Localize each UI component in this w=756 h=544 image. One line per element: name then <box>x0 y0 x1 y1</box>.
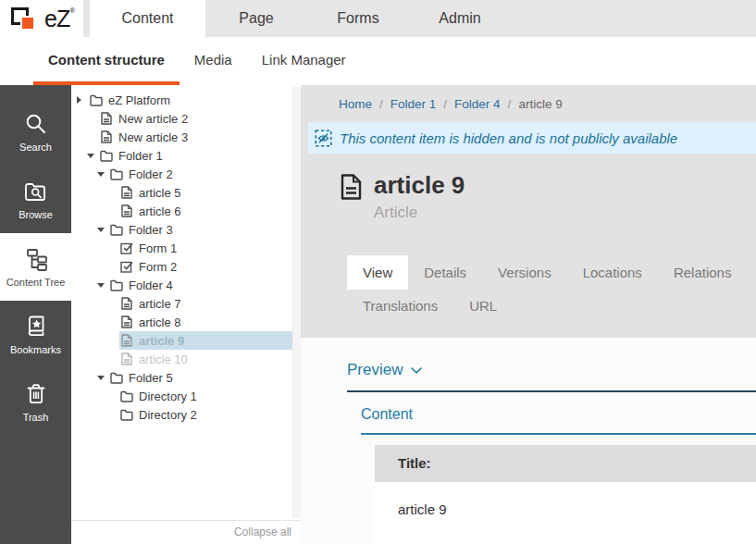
breadcrumb: Home/Folder 1/Folder 4/article 9 <box>301 85 756 122</box>
tree-item-label: Directory 2 <box>139 408 197 422</box>
subnav-link-manager[interactable]: Link Manager <box>247 37 361 85</box>
form-icon <box>120 241 133 254</box>
field-value: article 9 <box>375 482 756 544</box>
breadcrumb-separator: / <box>379 97 383 111</box>
tree-item[interactable]: article 5 <box>71 183 301 202</box>
tab-content[interactable]: Content <box>90 0 205 37</box>
article-icon <box>120 186 133 199</box>
sidebar-item-browse[interactable]: Browse <box>0 166 71 233</box>
tree-scrollbar[interactable] <box>292 87 301 518</box>
caret-collapsed-icon[interactable] <box>77 96 89 104</box>
tree-item-label: New article 2 <box>118 112 188 126</box>
article-icon <box>100 112 113 125</box>
hidden-eye-icon <box>315 130 332 147</box>
sidebar-item-bookmarks[interactable]: Bookmarks <box>0 301 71 368</box>
content-tree-icon <box>24 247 48 271</box>
folder-icon <box>110 371 123 384</box>
tree-item-label: Folder 3 <box>129 223 173 237</box>
tree-item[interactable]: Folder 2 <box>71 165 301 183</box>
tab-translations[interactable]: Translations <box>347 290 453 322</box>
tree-item[interactable]: New article 3 <box>71 128 301 146</box>
tree-item-label: article 6 <box>139 204 181 218</box>
tab-versions[interactable]: Versions <box>482 255 567 290</box>
subnav-content-structure[interactable]: Content structure <box>33 37 180 85</box>
folder-icon <box>110 278 123 291</box>
tree-item[interactable]: Folder 1 <box>71 146 301 165</box>
breadcrumb-link-home[interactable]: Home <box>339 97 372 111</box>
article-icon <box>120 334 133 347</box>
chevron-down-icon <box>411 367 422 375</box>
form-icon <box>120 260 133 273</box>
tree-item[interactable]: Folder 4 <box>71 276 301 294</box>
tree-item[interactable]: article 10 <box>71 350 301 368</box>
subnav-media[interactable]: Media <box>180 37 247 85</box>
tree-item[interactable]: Form 1 <box>71 239 301 257</box>
tree-item-label: article 8 <box>139 315 181 329</box>
tree-item-label: New article 3 <box>118 130 188 144</box>
field-title: Title: article 9 <box>375 445 756 544</box>
sidebar-item-content-tree[interactable]: Content Tree <box>0 233 71 301</box>
article-icon <box>120 297 133 310</box>
tab-forms[interactable]: Forms <box>307 0 409 37</box>
breadcrumb-link-folder-1[interactable]: Folder 1 <box>390 97 437 111</box>
tree-item[interactable]: article 8 <box>71 313 301 331</box>
folder-icon <box>110 167 123 180</box>
sidebar-item-trash[interactable]: Trash <box>0 368 71 436</box>
main-content: Home/Folder 1/Folder 4/article 9 This co… <box>301 85 756 544</box>
notice-text: This content item is hidden and is not p… <box>340 130 677 146</box>
ez-platform-admin: eZ® Content Page Forms Admin Content str… <box>0 0 756 544</box>
tree-item[interactable]: eZ Platform <box>71 91 301 109</box>
content-tabs: View Details Versions Locations Relation… <box>347 255 756 322</box>
collapse-all-button[interactable]: Collapse all <box>71 520 301 544</box>
tree-item-selected[interactable]: article 9 <box>71 331 301 350</box>
preview-section-toggle[interactable]: Preview <box>347 361 756 392</box>
folder-icon <box>120 408 133 421</box>
caret-expanded-icon[interactable] <box>87 154 99 158</box>
article-icon <box>120 204 133 217</box>
bookmarks-icon <box>24 315 48 339</box>
preview-section-label: Preview <box>347 361 403 379</box>
tree-item[interactable]: Folder 5 <box>71 368 301 387</box>
sidebar-item-search[interactable]: Search <box>0 98 71 166</box>
tab-view[interactable]: View <box>347 255 408 290</box>
tab-admin[interactable]: Admin <box>409 0 511 37</box>
article-icon <box>100 130 113 143</box>
tree-item[interactable]: Directory 2 <box>71 405 301 424</box>
tree-item[interactable]: Form 2 <box>71 257 301 276</box>
caret-expanded-icon[interactable] <box>97 376 109 380</box>
folder-icon <box>120 389 133 402</box>
tree-item-label: Form 1 <box>139 241 177 255</box>
tree-item-label: article 10 <box>139 352 188 366</box>
tab-url[interactable]: URL <box>453 290 513 322</box>
secondary-nav: Content structure Media Link Manager <box>0 37 756 85</box>
view-tab-panel: Preview Content Title: article 9 <box>301 338 756 544</box>
tree-item-label: Folder 1 <box>118 149 163 163</box>
caret-expanded-icon[interactable] <box>97 228 109 232</box>
sidebar-item-label: Bookmarks <box>10 344 61 355</box>
content-tree-panel: eZ Platform New article 2 New article 3 <box>71 85 301 544</box>
tree-item[interactable]: Folder 3 <box>71 220 301 239</box>
tab-page[interactable]: Page <box>205 0 307 37</box>
caret-expanded-icon[interactable] <box>97 283 109 288</box>
sidebar-item-label: Browse <box>19 209 53 220</box>
ez-logo-icon <box>10 5 44 32</box>
tree-item-label: Form 2 <box>139 260 177 274</box>
tree-item[interactable]: article 6 <box>71 202 301 220</box>
tree-item[interactable]: Directory 1 <box>71 387 301 405</box>
tree-item[interactable]: article 7 <box>71 294 301 313</box>
search-icon <box>24 112 48 136</box>
breadcrumb-link-folder-4[interactable]: Folder 4 <box>454 97 501 111</box>
tab-locations[interactable]: Locations <box>567 255 658 290</box>
folder-icon <box>100 149 113 162</box>
tree-item[interactable]: New article 2 <box>71 109 301 128</box>
article-icon <box>120 315 133 328</box>
tab-details[interactable]: Details <box>408 255 482 290</box>
registered-mark: ® <box>69 6 74 15</box>
caret-expanded-icon[interactable] <box>97 172 109 177</box>
app-logo[interactable]: eZ® <box>0 0 83 37</box>
tab-relations[interactable]: Relations <box>658 255 748 290</box>
breadcrumb-separator: / <box>508 97 512 111</box>
breadcrumb-separator: / <box>443 97 447 111</box>
tree-item-label: Folder 2 <box>129 167 173 181</box>
tree-item-label: article 5 <box>139 186 181 200</box>
